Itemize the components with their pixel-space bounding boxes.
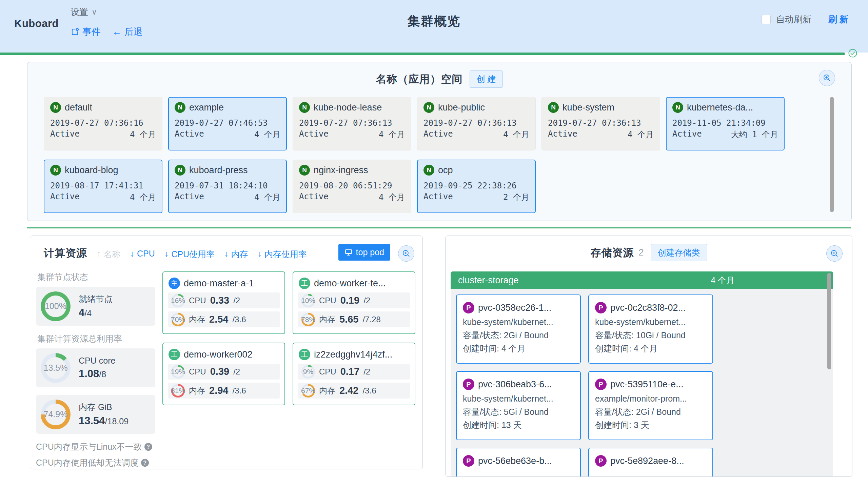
compute-zoom-button[interactable] (398, 245, 414, 262)
sort-by-memory-usage[interactable]: ↓内存使用率 (258, 249, 307, 260)
pvc-name: pvc-56ebe63e-b... (478, 456, 552, 466)
cpu-total: /2 (233, 367, 240, 377)
sort-by-cpu-usage[interactable]: ↓CPU使用率 (164, 249, 215, 260)
events-link[interactable]: 事件 (71, 26, 101, 38)
namespace-card[interactable]: Nexample 2019-07-27 07:46:53 Active4 个月 (168, 97, 287, 150)
node-card[interactable]: 工iz2zedgghv14j4zf... 9% CPU 0.17/2 67% 内… (293, 343, 415, 405)
node-card[interactable]: 主demo-master-a-1 16% CPU 0.33/2 70% 内存 2… (162, 271, 285, 334)
namespace-created: 2019-07-27 07:46:53 (175, 118, 280, 128)
settings-dropdown[interactable]: 设置 ∨ (71, 6, 97, 18)
pvc-card[interactable]: Ppvc-0c2c83f8-02... kube-system/kubernet… (588, 294, 713, 364)
sort-label: 内存 (231, 249, 248, 260)
memory-ring: 78% (301, 313, 315, 326)
ready-nodes-label: 就绪节点 (79, 293, 113, 305)
master-node-icon: 主 (169, 278, 180, 289)
namespace-status: Active (548, 129, 577, 140)
storage-resources-panel: 存储资源 2 创建存储类 cluster-storage 4 个月 Ppvc-0… (445, 236, 852, 477)
namespaces-scrollbar[interactable] (830, 97, 834, 212)
memory-value: 2.94 (209, 385, 228, 396)
question-icon[interactable]: ? (141, 459, 149, 467)
namespace-status: Active (50, 192, 80, 203)
namespace-card[interactable]: Nkuboard-blog 2019-08-17 17:41:31 Active… (44, 160, 162, 213)
namespace-age: 4 个月 (254, 129, 280, 140)
refresh-button[interactable]: 刷 新 (828, 14, 848, 25)
memory-value: 2.42 (339, 385, 358, 396)
memory-label: 内存 (319, 314, 335, 325)
namespace-card[interactable]: Nocp 2019-09-25 22:38:26 Active2 个月 (417, 160, 536, 213)
ready-nodes-total: /4 (84, 308, 92, 318)
cpu-utilization-ring: 13.5% (41, 353, 71, 383)
cpu-ring: 16% (171, 294, 185, 307)
storage-zoom-button[interactable] (826, 245, 843, 262)
footnote-text: CPU内存使用低却无法调度 (36, 457, 139, 468)
footnote-cpu-linux[interactable]: CPU内存显示与Linux不一致 ? (36, 441, 155, 452)
pvc-source: example/monitor-prom... (595, 392, 706, 405)
namespace-card[interactable]: Nkube-public 2019-07-27 07:36:13 Active4… (417, 97, 536, 150)
auto-refresh-checkbox[interactable] (762, 15, 771, 24)
namespace-card[interactable]: Nkube-system 2019-07-27 07:36:13 Active4… (541, 97, 660, 150)
namespace-icon: N (423, 165, 434, 176)
pvc-card[interactable]: Ppvc-5e892aee-8... (588, 448, 713, 477)
namespace-card[interactable]: Nkube-node-lease 2019-07-27 07:36:13 Act… (293, 97, 411, 150)
namespace-created: 2019-09-25 22:38:26 (423, 181, 529, 190)
pvc-icon: P (463, 455, 474, 467)
sort-label: CPU (137, 249, 155, 259)
node-card[interactable]: 工demo-worker-te... 10% CPU 0.19/2 78% 内存… (293, 271, 415, 334)
namespace-created: 2019-08-20 06:51:29 (299, 181, 405, 190)
sort-arrow-icon: ↓ (130, 249, 135, 259)
sort-by-memory[interactable]: ↓内存 (224, 249, 248, 260)
namespace-card[interactable]: Nnginx-ingress 2019-08-20 06:51:29 Activ… (293, 160, 411, 213)
namespace-icon: N (299, 102, 310, 113)
memory-value: 5.65 (339, 314, 358, 325)
namespaces-zoom-button[interactable] (819, 70, 835, 86)
node-card[interactable]: 工demo-worker002 19% CPU 0.39/2 81% 内存 2.… (162, 343, 285, 405)
page-title: 集群概览 (408, 13, 460, 30)
footnote-cpu-schedule[interactable]: CPU内存使用低却无法调度 ? (36, 457, 155, 468)
sort-by-cpu[interactable]: ↓CPU (130, 249, 155, 259)
storage-class-header[interactable]: cluster-storage 4 个月 (451, 271, 833, 289)
node-memory-row: 78% 内存 5.65/7.28 (298, 311, 410, 327)
cpu-total: /2 (233, 296, 240, 305)
pvc-card[interactable]: Ppvc-56ebe63e-b... (456, 448, 581, 477)
top-pod-button[interactable]: top pod (338, 244, 390, 261)
create-storage-class-button[interactable]: 创建存储类 (651, 244, 707, 261)
sort-by-name[interactable]: ↑名称 (97, 249, 121, 260)
back-link[interactable]: ← 后退 (112, 26, 143, 38)
green-divider-top (0, 53, 845, 55)
pvc-card[interactable]: Ppvc-0358ec26-1... kube-system/kubernet.… (456, 294, 581, 364)
pvc-card[interactable]: Ppvc-5395110e-e... example/monitor-prom.… (588, 371, 713, 440)
back-arrow-icon: ← (112, 27, 121, 37)
auto-refresh-label: 自动刷新 (776, 14, 811, 25)
pvc-card[interactable]: Ppvc-306beab3-6... kube-system/kubernet.… (456, 371, 581, 440)
namespace-card[interactable]: Ndefault 2019-07-27 07:36:16 Active4 个月 (44, 97, 162, 150)
pvc-icon: P (463, 302, 474, 313)
pvc-capacity: 容量/状态: 2Gi / Bound (595, 405, 706, 419)
storage-count-badge: 2 (638, 247, 644, 258)
storage-scrollbar[interactable] (827, 273, 831, 369)
question-icon[interactable]: ? (144, 443, 152, 451)
namespace-card[interactable]: Nkuboard-press 2019-07-31 18:24:10 Activ… (168, 160, 287, 213)
namespace-age: 4 个月 (379, 129, 405, 140)
sort-label: 内存使用率 (264, 249, 307, 260)
storage-class-box: cluster-storage 4 个月 Ppvc-0358ec26-1... … (451, 271, 833, 477)
memory-gib-value: 13.54 (79, 415, 105, 427)
memory-utilization-card: 74.9% 内存 GiB 13.54/18.09 (36, 395, 155, 434)
kuboard-logo[interactable]: Kuboard (14, 18, 59, 30)
node-memory-row: 81% 内存 2.94/3.6 (168, 383, 280, 399)
zoom-in-icon (830, 249, 839, 258)
create-namespace-button[interactable]: 创 建 (470, 70, 503, 88)
namespace-status: Active (175, 192, 204, 203)
pvc-capacity: 容量/状态: 2Gi / Bound (463, 329, 574, 342)
namespace-created: 2019-11-05 21:34:09 (672, 118, 778, 128)
storage-title: 存储资源 (590, 246, 634, 260)
events-icon (71, 27, 79, 36)
kuboard-cluster-overview-page: Kuboard 设置 ∨ 事件 ← 后退 集群概览 (0, 0, 868, 488)
namespace-card[interactable]: Nkubernetes-da... 2019-11-05 21:34:09 Ac… (666, 97, 785, 150)
namespace-created: 2019-07-27 07:36:13 (423, 118, 529, 128)
node-name: demo-worker002 (184, 349, 253, 360)
cpu-ring: 10% (301, 294, 315, 307)
namespace-status: Active (299, 129, 329, 140)
green-divider-middle (27, 227, 851, 228)
namespace-name: kuboard-blog (65, 165, 118, 176)
node-name: iz2zedgghv14j4zf... (314, 349, 392, 360)
